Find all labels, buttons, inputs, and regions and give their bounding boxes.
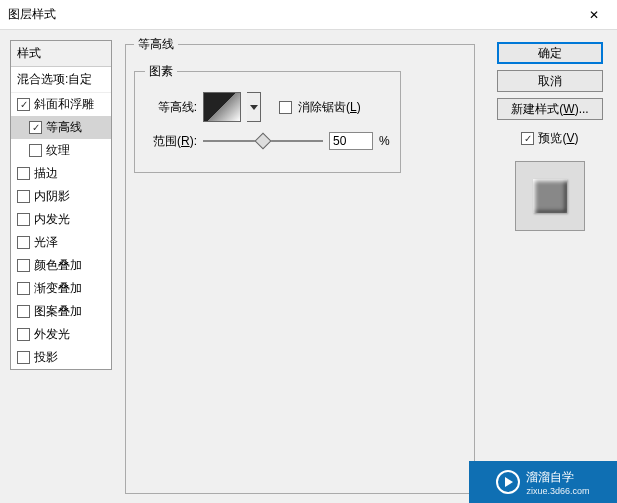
element-legend: 图素 <box>145 63 177 80</box>
style-checkbox[interactable] <box>29 144 42 157</box>
right-panel: 确定 取消 新建样式(W)... 预览(V) <box>497 42 603 231</box>
window-title: 图层样式 <box>8 6 571 23</box>
range-input[interactable] <box>329 132 373 150</box>
style-list: 样式 混合选项:自定 斜面和浮雕等高线纹理描边内阴影内发光光泽颜色叠加渐变叠加图… <box>10 40 112 370</box>
contour-dropdown[interactable] <box>247 92 261 122</box>
antialias-label: 消除锯齿(L) <box>298 99 361 116</box>
style-item[interactable]: 图案叠加 <box>11 300 111 323</box>
new-style-button[interactable]: 新建样式(W)... <box>497 98 603 120</box>
style-item-label: 斜面和浮雕 <box>34 96 94 113</box>
dialog-body: 样式 混合选项:自定 斜面和浮雕等高线纹理描边内阴影内发光光泽颜色叠加渐变叠加图… <box>0 30 617 503</box>
preview-thumbnail <box>533 179 567 213</box>
preview-checkbox[interactable] <box>521 132 534 145</box>
range-label: 范围(R): <box>145 133 197 150</box>
style-item[interactable]: 等高线 <box>11 116 111 139</box>
style-item-label: 渐变叠加 <box>34 280 82 297</box>
style-item[interactable]: 颜色叠加 <box>11 254 111 277</box>
style-item-label: 图案叠加 <box>34 303 82 320</box>
style-item-label: 外发光 <box>34 326 70 343</box>
preview-label: 预览(V) <box>538 130 578 147</box>
blend-options[interactable]: 混合选项:自定 <box>11 67 111 93</box>
close-button[interactable]: ✕ <box>571 0 617 30</box>
style-item[interactable]: 内发光 <box>11 208 111 231</box>
preview-box <box>515 161 585 231</box>
style-item[interactable]: 光泽 <box>11 231 111 254</box>
style-item-label: 等高线 <box>46 119 82 136</box>
contour-picker[interactable] <box>203 92 241 122</box>
style-item-label: 内发光 <box>34 211 70 228</box>
cancel-button[interactable]: 取消 <box>497 70 603 92</box>
contour-row: 等高线: 消除锯齿(L) <box>145 92 390 122</box>
element-fieldset: 图素 等高线: 消除锯齿(L) 范围(R): % <box>134 63 401 173</box>
style-item-label: 光泽 <box>34 234 58 251</box>
ok-button[interactable]: 确定 <box>497 42 603 64</box>
style-item-label: 内阴影 <box>34 188 70 205</box>
range-slider[interactable] <box>203 133 323 149</box>
contour-legend: 等高线 <box>134 36 178 53</box>
style-checkbox[interactable] <box>17 213 30 226</box>
close-icon: ✕ <box>589 8 599 22</box>
watermark: 溜溜自学 zixue.3d66.com <box>469 461 617 503</box>
style-checkbox[interactable] <box>17 305 30 318</box>
slider-thumb[interactable] <box>255 133 272 150</box>
preview-checkbox-row[interactable]: 预览(V) <box>497 130 603 147</box>
styles-header[interactable]: 样式 <box>11 41 111 67</box>
style-item[interactable]: 渐变叠加 <box>11 277 111 300</box>
style-item[interactable]: 内阴影 <box>11 185 111 208</box>
style-checkbox[interactable] <box>29 121 42 134</box>
style-item[interactable]: 纹理 <box>11 139 111 162</box>
range-row: 范围(R): % <box>145 132 390 150</box>
style-item-label: 颜色叠加 <box>34 257 82 274</box>
contour-label: 等高线: <box>145 99 197 116</box>
style-checkbox[interactable] <box>17 98 30 111</box>
play-icon <box>496 470 520 494</box>
title-bar: 图层样式 ✕ <box>0 0 617 30</box>
range-unit: % <box>379 134 390 148</box>
antialias-checkbox[interactable] <box>279 101 292 114</box>
style-item-label: 投影 <box>34 349 58 366</box>
style-checkbox[interactable] <box>17 190 30 203</box>
style-item-label: 描边 <box>34 165 58 182</box>
style-checkbox[interactable] <box>17 236 30 249</box>
style-checkbox[interactable] <box>17 259 30 272</box>
style-item[interactable]: 描边 <box>11 162 111 185</box>
style-item[interactable]: 外发光 <box>11 323 111 346</box>
style-checkbox[interactable] <box>17 282 30 295</box>
style-checkbox[interactable] <box>17 167 30 180</box>
style-item[interactable]: 投影 <box>11 346 111 369</box>
contour-fieldset: 等高线 图素 等高线: 消除锯齿(L) 范围(R): % <box>125 36 475 494</box>
watermark-sub: zixue.3d66.com <box>526 486 589 496</box>
style-checkbox[interactable] <box>17 351 30 364</box>
style-checkbox[interactable] <box>17 328 30 341</box>
style-item[interactable]: 斜面和浮雕 <box>11 93 111 116</box>
watermark-main: 溜溜自学 <box>526 470 574 484</box>
style-item-label: 纹理 <box>46 142 70 159</box>
